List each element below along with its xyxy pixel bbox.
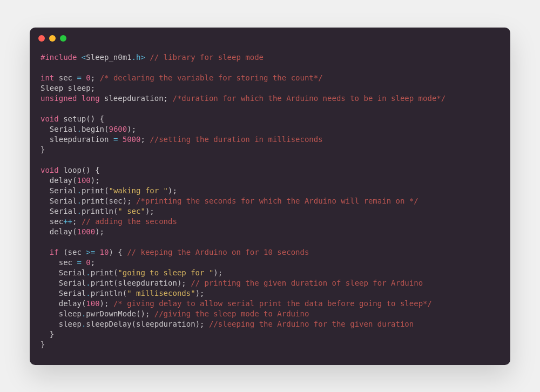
code-line — [40, 155, 500, 165]
identifier: sec — [54, 73, 77, 82]
code-line: delay(100); — [40, 175, 500, 186]
indent — [40, 279, 59, 287]
space — [95, 248, 99, 256]
comment: //setting the duration in milliseconds — [145, 135, 323, 144]
paren-open: ( — [63, 248, 68, 256]
increment-op: ++ — [63, 217, 72, 226]
code-line — [40, 237, 500, 247]
code-line: } — [40, 145, 500, 155]
semicolon: ; — [200, 289, 204, 298]
semicolon: ; — [164, 94, 168, 103]
indent — [40, 217, 50, 226]
indent — [40, 258, 59, 267]
semicolon: ; — [127, 197, 131, 205]
comment: // library for sleep mode — [145, 53, 264, 62]
string: " sec" — [118, 207, 145, 215]
space — [59, 248, 63, 256]
close-icon[interactable] — [38, 35, 45, 42]
code-line: void setup() { — [40, 114, 500, 124]
semicolon: ; — [140, 135, 145, 144]
brace: { — [113, 248, 123, 256]
number: 1000 — [77, 227, 95, 236]
minimize-icon[interactable] — [49, 35, 56, 42]
semicolon: ; — [218, 268, 222, 277]
indent — [40, 125, 50, 133]
assign-op: = — [77, 258, 81, 267]
type-keyword: unsigned long — [40, 94, 100, 103]
comment: //sleeping the Arduino for the given dur… — [205, 320, 414, 328]
semicolon: ; — [100, 227, 104, 236]
semicolon: ; — [132, 125, 136, 133]
identifier: sec — [50, 217, 63, 226]
paren-close: ) — [95, 227, 99, 236]
code-line: int sec = 0; /* declaring the variable f… — [40, 73, 500, 83]
code-line: sleepduration = 5000; //setting the dura… — [40, 134, 500, 145]
semicolon: ; — [181, 279, 186, 287]
identifier: sec — [59, 258, 77, 267]
indent — [40, 176, 50, 185]
brace: { — [95, 114, 104, 123]
code-line: Sleep sleep; — [40, 83, 500, 93]
paren-open: ( — [132, 320, 136, 328]
brace: { — [91, 166, 100, 174]
dot-op: . — [77, 197, 81, 205]
number: 9600 — [109, 125, 127, 133]
space — [118, 135, 122, 144]
comment: // keeping the Arduino on for 10 seconds — [123, 248, 309, 256]
code-line: } — [40, 329, 500, 340]
object: Serial — [59, 279, 86, 287]
identifier: sleepduration — [118, 279, 177, 287]
object: Serial — [50, 186, 77, 195]
semicolon: ; — [91, 84, 95, 92]
indent — [40, 135, 50, 144]
number: 0 — [86, 73, 90, 82]
code-window: #include <Sleep_n0m1.h> // library for s… — [30, 28, 510, 365]
function-name: loop — [59, 166, 82, 174]
type-keyword: void — [40, 166, 59, 174]
object: Serial — [50, 125, 77, 133]
code-line: sleep.sleepDelay(sleepduration); //sleep… — [40, 319, 500, 329]
paren-close: ) — [127, 125, 131, 133]
object: Serial — [50, 197, 77, 205]
semicolon: ; — [95, 176, 99, 185]
comment: // printing the given duration of sleep … — [186, 279, 423, 287]
string: " milliseconds" — [127, 289, 195, 298]
code-line: Serial.println(" milliseconds"); — [40, 288, 500, 299]
semicolon: ; — [91, 258, 95, 267]
identifier: sec — [68, 248, 86, 256]
comment: //giving the sleep mode to Arduino — [150, 309, 309, 318]
object: Serial — [59, 268, 86, 277]
dot-op: . — [86, 279, 90, 287]
code-line: Serial.begin(9600); — [40, 124, 500, 134]
number: 5000 — [123, 135, 141, 144]
code-line: if (sec >= 10) { // keeping the Arduino … — [40, 247, 500, 258]
assign-op: = — [77, 73, 81, 82]
number: 100 — [77, 176, 90, 185]
method: pwrDownMode — [86, 309, 136, 318]
number: 100 — [86, 299, 99, 308]
semicolon: ; — [172, 186, 177, 195]
function-name: setup — [59, 114, 86, 123]
parens: () — [136, 309, 145, 318]
code-line — [40, 104, 500, 114]
semicolon: ; — [150, 207, 154, 215]
dot-op: . — [86, 268, 90, 277]
object: Serial — [50, 207, 77, 215]
code-line: Serial.print("going to sleep for "); — [40, 268, 500, 278]
dot-op: . — [77, 186, 81, 195]
indent — [40, 289, 59, 298]
identifier: sec — [109, 197, 122, 205]
paren-close: ) — [109, 248, 113, 256]
method: begin — [82, 125, 104, 133]
angle-close: > — [140, 53, 145, 62]
method: print — [91, 268, 113, 277]
code-line: Serial.print(sec); /*printing the second… — [40, 196, 500, 206]
comment: /* declaring the variable for storing th… — [95, 73, 322, 82]
code-line: delay(1000); — [40, 227, 500, 237]
comment: /* giving delay to allow serial print th… — [109, 299, 431, 308]
comment: /*printing the seconds for which the Ard… — [132, 197, 418, 205]
maximize-icon[interactable] — [60, 35, 66, 42]
code-line: Serial.println(" sec"); — [40, 206, 500, 217]
number: 0 — [86, 258, 90, 267]
method: println — [91, 289, 123, 298]
